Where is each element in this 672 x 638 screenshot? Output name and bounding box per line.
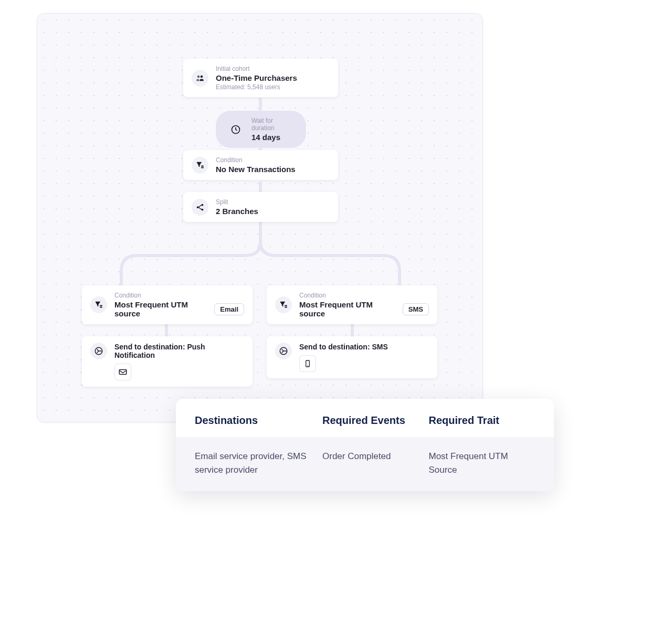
branch-condition-node[interactable]: Condition Most Frequent UTM source SMS: [267, 285, 437, 324]
wait-label: Wait for duration: [251, 117, 295, 132]
header-destinations: Destinations: [195, 414, 322, 437]
condition-node[interactable]: Condition No New Transactions: [183, 150, 338, 180]
split-node[interactable]: Split 2 Branches: [183, 192, 338, 222]
wait-node[interactable]: Wait for duration 14 days: [216, 111, 306, 148]
branch-condition-title: Most Frequent UTM source: [299, 300, 400, 318]
split-title: 2 Branches: [216, 207, 258, 216]
split-icon: [192, 199, 208, 216]
cohort-node[interactable]: Initial cohort One-Time Purchasers Estim…: [183, 59, 338, 97]
wait-value: 14 days: [251, 133, 295, 142]
cohort-estimate: Estimated: 5,548 users: [216, 83, 297, 91]
svg-point-4: [202, 204, 204, 206]
svg-point-10: [307, 365, 308, 366]
destination-node[interactable]: Send to destination: SMS: [267, 336, 437, 378]
cohort-label: Initial cohort: [216, 65, 297, 72]
branch-condition-label: Condition: [299, 292, 429, 299]
split-label: Split: [216, 198, 258, 206]
table-row: Email service provider, SMS service prov…: [176, 450, 554, 476]
email-icon: [114, 364, 131, 380]
svg-point-0: [201, 75, 203, 78]
svg-point-3: [197, 206, 199, 208]
filter-icon: [192, 157, 208, 174]
branch-condition-title: Most Frequent UTM source: [114, 300, 211, 318]
utm-pill: Email: [214, 303, 244, 315]
mobile-icon: [299, 355, 316, 372]
journey-canvas: Initial cohort One-Time Purchasers Estim…: [37, 13, 483, 422]
condition-label: Condition: [216, 156, 296, 164]
filter-icon: [90, 296, 107, 313]
branch-condition-label: Condition: [114, 292, 244, 299]
header-trait: Required Trait: [429, 414, 536, 437]
send-icon: [90, 343, 107, 359]
send-icon: [275, 343, 292, 359]
connector-line: [259, 98, 262, 111]
cell-destinations: Email service provider, SMS service prov…: [195, 450, 322, 476]
condition-title: No New Transactions: [216, 165, 296, 174]
cohort-title: One-Time Purchasers: [216, 73, 297, 82]
users-icon: [192, 70, 208, 87]
destination-title: Send to destination: SMS: [299, 343, 388, 351]
destination-title: Send to destination: Push Notification: [114, 343, 244, 359]
clock-icon: [227, 121, 244, 138]
svg-point-1: [197, 75, 200, 78]
destination-node[interactable]: Send to destination: Push Notification: [82, 336, 253, 387]
split-connector: [106, 219, 415, 290]
table-header-row: Destinations Required Events Required Tr…: [176, 414, 554, 437]
header-events: Required Events: [322, 414, 429, 437]
cell-events: Order Completed: [322, 450, 429, 476]
cell-trait: Most Frequent UTM Source: [429, 450, 536, 476]
summary-card: Destinations Required Events Required Tr…: [176, 399, 554, 491]
utm-pill: SMS: [403, 303, 429, 315]
branch-condition-node[interactable]: Condition Most Frequent UTM source Email: [82, 285, 253, 324]
svg-rect-7: [119, 370, 127, 375]
filter-icon: [275, 296, 292, 313]
svg-point-5: [202, 208, 204, 210]
